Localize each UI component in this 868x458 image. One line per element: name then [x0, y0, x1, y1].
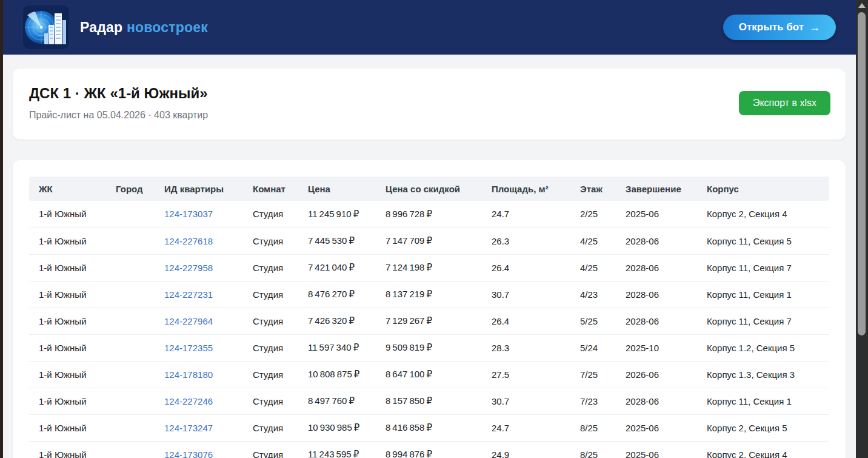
- export-xlsx-button[interactable]: Экспорт в xlsx: [739, 91, 830, 115]
- table-cell: 124-173247: [155, 414, 243, 441]
- table-cell: Студия: [243, 414, 298, 441]
- table-cell: 7 129 267 ₽: [376, 308, 482, 334]
- arrow-right-icon: →: [809, 22, 820, 33]
- table-row: 1-й Южный124-172355Студия11 597 340 ₽9 5…: [29, 334, 829, 361]
- apartment-id-link[interactable]: 124-173076: [164, 450, 213, 458]
- table-cell: 10 930 985 ₽: [298, 414, 376, 441]
- column-header: Площадь, м²: [482, 177, 570, 201]
- table-cell: 124-227618: [155, 227, 243, 254]
- table-cell: 11 597 340 ₽: [298, 334, 376, 361]
- table-cell: [106, 361, 155, 388]
- column-header: Город: [106, 177, 155, 201]
- table-cell: 124-172355: [155, 334, 243, 361]
- table-cell: [106, 388, 155, 414]
- radar-logo-icon[interactable]: [23, 5, 69, 49]
- page-viewport: Радар новостроек Открыть бот → ДСК 1 · Ж…: [3, 0, 856, 458]
- table-cell: 27.5: [482, 361, 570, 388]
- page-title: ДСК 1 · ЖК «1-й Южный»: [29, 85, 829, 102]
- table-cell: Корпус 1.2, Секция 5: [697, 334, 829, 361]
- table-cell: 2025-06: [616, 441, 697, 458]
- table-cell: 2026-06: [616, 361, 697, 388]
- column-header: Корпус: [697, 177, 829, 201]
- table-cell: 8/25: [570, 414, 616, 441]
- table-cell: Корпус 2, Секция 4: [697, 441, 829, 458]
- vertical-scrollbar[interactable]: [856, 0, 868, 458]
- table-cell: 4/23: [570, 281, 616, 308]
- scroll-up-arrow-icon[interactable]: [856, 0, 868, 11]
- table-cell: 7 147 709 ₽: [376, 227, 482, 254]
- table-cell: 2028-06: [616, 388, 697, 414]
- table-cell: 2025-06: [616, 414, 697, 441]
- table-cell: [106, 227, 155, 254]
- table-cell: 10 808 875 ₽: [298, 361, 376, 388]
- table-cell: 7 426 320 ₽: [298, 308, 376, 334]
- scrollbar-thumb[interactable]: [858, 12, 866, 335]
- column-header: Цена со скидкой: [376, 177, 482, 201]
- table-cell: Студия: [243, 334, 298, 361]
- table-cell: 7 445 530 ₽: [298, 227, 376, 254]
- table-cell: Корпус 2, Секция 5: [697, 414, 829, 441]
- table-row: 1-й Южный124-178180Студия10 808 875 ₽8 6…: [29, 361, 829, 388]
- table-row: 1-й Южный124-227231Студия8 476 270 ₽8 13…: [29, 281, 829, 308]
- table-cell: 7 421 040 ₽: [298, 254, 376, 281]
- apartment-id-link[interactable]: 124-227964: [164, 316, 213, 326]
- table-cell: 5/24: [570, 334, 616, 361]
- table-cell: [106, 201, 155, 227]
- apartment-id-link[interactable]: 124-227618: [164, 236, 213, 246]
- table-row: 1-й Южный124-227958Студия7 421 040 ₽7 12…: [29, 254, 829, 281]
- table-cell: Корпус 1.3, Секция 3: [697, 361, 829, 388]
- apartment-id-link[interactable]: 124-172355: [164, 343, 213, 353]
- apartment-id-link[interactable]: 124-227231: [164, 289, 213, 300]
- table-cell: 1-й Южный: [29, 361, 106, 388]
- page-content: ДСК 1 · ЖК «1-й Южный» Прайс-лист на 05.…: [3, 55, 856, 458]
- table-cell: 11 245 910 ₽: [298, 201, 376, 227]
- column-header: Комнат: [243, 177, 298, 201]
- table-row: 1-й Южный124-227964Студия7 426 320 ₽7 12…: [29, 308, 829, 334]
- table-cell: 24.7: [482, 414, 570, 441]
- table-cell: 7/25: [570, 361, 616, 388]
- column-header: Завершение: [616, 177, 697, 201]
- table-cell: 1-й Южный: [29, 388, 106, 414]
- table-cell: 2025-06: [616, 201, 697, 227]
- table-cell: 8 157 850 ₽: [376, 388, 482, 414]
- table-cell: 26.4: [482, 254, 570, 281]
- table-cell: 26.4: [482, 308, 570, 334]
- table-cell: 2028-06: [616, 308, 697, 334]
- brand-secondary: новостроек: [127, 19, 208, 35]
- table-cell: 124-227958: [155, 254, 243, 281]
- open-bot-label: Открыть бот: [739, 21, 804, 33]
- apartment-id-link[interactable]: 124-227246: [164, 396, 213, 406]
- table-cell: Студия: [243, 227, 298, 254]
- apartment-id-link[interactable]: 124-178180: [164, 369, 213, 380]
- apartment-id-link[interactable]: 124-173247: [164, 423, 213, 433]
- table-cell: 8 497 760 ₽: [298, 388, 376, 414]
- table-cell: 1-й Южный: [29, 281, 106, 308]
- table-cell: 1-й Южный: [29, 441, 106, 458]
- table-cell: 7/23: [570, 388, 616, 414]
- table-cell: Корпус 11, Секция 5: [697, 227, 829, 254]
- table-cell: 2028-06: [616, 254, 697, 281]
- page-subtitle: Прайс-лист на 05.04.2026 · 403 квартир: [29, 110, 829, 121]
- apartment-id-link[interactable]: 124-173037: [164, 209, 213, 219]
- table-cell: 30.7: [482, 281, 570, 308]
- table-cell: 9 509 819 ₽: [376, 334, 482, 361]
- open-bot-button[interactable]: Открыть бот →: [723, 15, 836, 40]
- table-cell: 124-227231: [155, 281, 243, 308]
- table-cell: 124-178180: [155, 361, 243, 388]
- table-cell: 8 137 219 ₽: [376, 281, 482, 308]
- apartments-table-card: ЖКГородИД квартирыКомнатЦенаЦена со скид…: [13, 160, 846, 458]
- table-cell: [106, 308, 155, 334]
- table-cell: 2028-06: [616, 227, 697, 254]
- apartment-id-link[interactable]: 124-227958: [164, 263, 213, 273]
- table-cell: 4/25: [570, 227, 616, 254]
- table-cell: 1-й Южный: [29, 254, 106, 281]
- table-cell: 24.7: [482, 201, 570, 227]
- table-cell: Корпус 11, Секция 1: [697, 281, 829, 308]
- table-cell: 124-227964: [155, 308, 243, 334]
- table-header-row: ЖКГородИД квартирыКомнатЦенаЦена со скид…: [29, 177, 829, 201]
- table-cell: 1-й Южный: [29, 414, 106, 441]
- table-cell: 1-й Южный: [29, 308, 106, 334]
- brand-primary: Радар: [80, 19, 122, 35]
- table-cell: 26.3: [482, 227, 570, 254]
- column-header: ИД квартиры: [155, 177, 243, 201]
